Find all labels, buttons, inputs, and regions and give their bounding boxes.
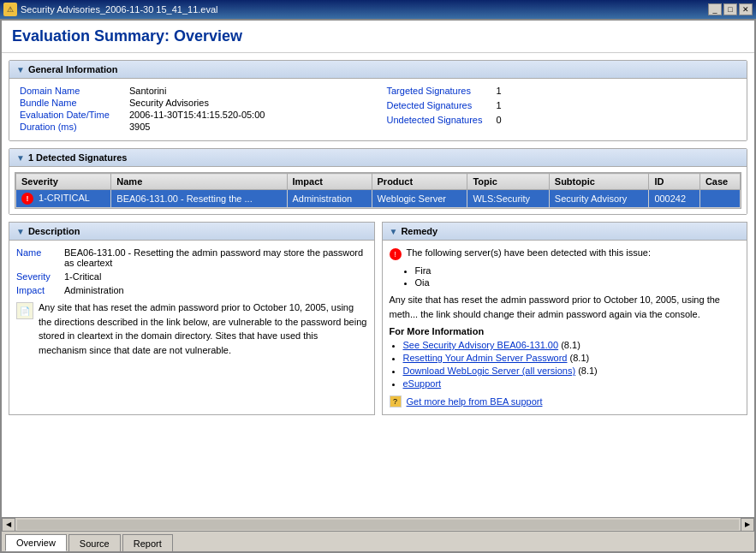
desc-severity-label: Severity [16, 271, 59, 282]
scrollbar[interactable]: ◀ ▶ [2, 517, 754, 531]
remedy-intro: ! The following server(s) have been dete… [390, 247, 741, 260]
window-icon: ⚠ [3, 3, 17, 16]
desc-name-label: Name [16, 247, 59, 268]
info-grid: Domain Name Santorini Bundle Name Securi… [20, 86, 736, 134]
title-bar-buttons: _ □ ✕ [708, 3, 753, 15]
collapse-remedy-icon[interactable]: ▼ [390, 227, 398, 236]
cell-id: 000242 [649, 190, 700, 208]
tab-overview[interactable]: Overview [5, 534, 67, 551]
severity-icon: ! [21, 193, 33, 205]
description-header: ▼ Description [9, 223, 374, 241]
domain-name-value: Santorini [129, 86, 166, 96]
cell-name: BEA06-131.00 - Resetting the ... [111, 190, 287, 208]
duration-row: Duration (ms) 3905 [20, 122, 370, 132]
detected-sig-title: 1 Detected Signatures [28, 152, 128, 163]
main-window: Evaluation Summary: Overview ▼ General I… [0, 19, 756, 553]
bundle-name-label: Bundle Name [20, 98, 122, 108]
domain-name-label: Domain Name [20, 86, 122, 96]
general-info-title: General Information [28, 64, 118, 74]
col-subtopic: Subtopic [549, 174, 649, 190]
desc-name-row: Name BEA06-131.00 - Resetting the admin … [16, 247, 367, 268]
col-impact: Impact [287, 174, 372, 190]
title-bar: ⚠ Security Advisories_2006-11-30 15_41_1… [0, 0, 756, 19]
col-severity: Severity [16, 174, 111, 190]
remedy-body: ! The following server(s) have been dete… [383, 241, 747, 414]
link-item-3: Download WebLogic Server (all versions) … [403, 366, 741, 376]
bottom-columns: ▼ Description Name BEA06-131.00 - Resett… [9, 222, 747, 415]
tab-source[interactable]: Source [68, 534, 121, 551]
col-topic: Topic [467, 174, 549, 190]
tabs-bar: Overview Source Report [2, 531, 754, 551]
link-esupport[interactable]: eSupport [403, 378, 442, 389]
cell-subtopic: Security Advisory [549, 190, 649, 208]
link-version-1: (8.1) [561, 340, 580, 350]
general-info-section: ▼ General Information Domain Name Santor… [9, 60, 747, 141]
cell-impact: Administration [287, 190, 372, 208]
help-link[interactable]: Get more help from BEA support [407, 396, 543, 407]
desc-severity-value: 1-Critical [64, 271, 101, 282]
general-info-header: ▼ General Information [9, 61, 747, 79]
minimize-button[interactable]: _ [708, 3, 722, 15]
link-version-3: (8.1) [578, 366, 598, 376]
more-info-header: For More Information [390, 326, 741, 336]
table-header-row: Severity Name Impact Product Topic Subto… [16, 174, 741, 190]
remedy-intro-text: The following server(s) have been detect… [407, 247, 652, 260]
remedy-icon: ! [390, 248, 402, 260]
server-item-fira: Fira [415, 265, 741, 276]
collapse-detected-icon[interactable]: ▼ [16, 153, 25, 163]
desc-note: 📄 Any site that has reset the admin pass… [16, 300, 367, 357]
eval-datetime-row: Evaluation Date/Time 2006-11-30T15:41:15… [20, 110, 370, 120]
note-icon: 📄 [16, 302, 33, 319]
help-icon: ? [390, 395, 402, 407]
page-title: Evaluation Summary: Overview [2, 21, 754, 53]
scroll-right-button[interactable]: ▶ [741, 518, 754, 532]
link-download-weblogic[interactable]: Download WebLogic Server (all versions) [403, 366, 576, 376]
col-case: Case [699, 174, 740, 190]
cell-topic: WLS:Security [467, 190, 549, 208]
bundle-name-value: Security Advisories [129, 98, 209, 108]
cell-product: Weblogic Server [372, 190, 467, 208]
close-button[interactable]: ✕ [739, 3, 753, 15]
table-row[interactable]: ! 1-CRITICAL BEA06-131.00 - Resetting th… [16, 190, 741, 208]
detected-sig-label: Detected Signatures [387, 100, 490, 110]
detected-sig-section: ▼ 1 Detected Signatures Severity Name Im… [9, 148, 747, 215]
detected-sig-content: Severity Name Impact Product Topic Subto… [9, 167, 747, 214]
description-body: Name BEA06-131.00 - Resetting the admin … [9, 241, 374, 364]
cell-case [699, 190, 740, 208]
tab-report[interactable]: Report [122, 534, 173, 551]
link-security-advisory[interactable]: See Security Advisory BEA06-131.00 [403, 340, 559, 350]
collapse-desc-icon[interactable]: ▼ [16, 227, 25, 236]
content-area: ▼ General Information Domain Name Santor… [2, 53, 754, 517]
link-reset-password[interactable]: Resetting Your Admin Server Password [403, 353, 568, 363]
server-item-oia: Oia [415, 277, 741, 288]
eval-datetime-value: 2006-11-30T15:41:15.520-05:00 [129, 110, 265, 120]
general-info-content: Domain Name Santorini Bundle Name Securi… [9, 79, 747, 140]
link-item-2: Resetting Your Admin Server Password (8.… [403, 353, 741, 363]
targeted-sig-value: 1 [497, 86, 502, 96]
col-name: Name [111, 174, 287, 190]
collapse-icon[interactable]: ▼ [16, 65, 25, 74]
info-right: Targeted Signatures 1 Detected Signature… [387, 86, 737, 134]
info-left: Domain Name Santorini Bundle Name Securi… [20, 86, 370, 134]
link-item-4: eSupport [403, 378, 741, 389]
targeted-sig-label: Targeted Signatures [387, 86, 490, 96]
detected-sig-header: ▼ 1 Detected Signatures [9, 149, 747, 167]
signatures-table: Severity Name Impact Product Topic Subto… [15, 173, 741, 208]
link-item-1: See Security Advisory BEA06-131.00 (8.1) [403, 340, 741, 350]
maximize-button[interactable]: □ [723, 3, 737, 15]
signatures-table-container: Severity Name Impact Product Topic Subto… [15, 172, 741, 209]
description-title: Description [28, 226, 80, 236]
duration-value: 3905 [129, 122, 150, 132]
remedy-body-text: Any site that has reset the admin passwo… [390, 293, 741, 321]
detected-sig-value: 1 [497, 100, 502, 110]
undetected-sig-row: Undetected Signatures 0 [387, 115, 737, 125]
detected-sig-row: Detected Signatures 1 [387, 100, 737, 110]
eval-datetime-label: Evaluation Date/Time [20, 110, 122, 120]
col-product: Product [372, 174, 467, 190]
cell-severity: ! 1-CRITICAL [16, 190, 111, 208]
help-row: ? Get more help from BEA support [390, 395, 741, 407]
scroll-left-button[interactable]: ◀ [2, 518, 15, 532]
duration-label: Duration (ms) [20, 122, 122, 132]
col-id: ID [649, 174, 700, 190]
servers-list: Fira Oia [415, 265, 741, 288]
